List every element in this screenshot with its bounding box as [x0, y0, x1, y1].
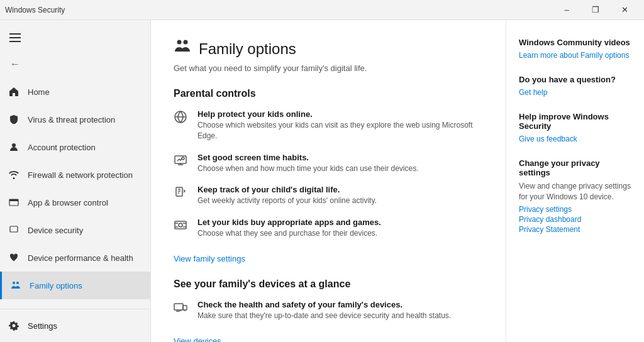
feature-devices-title: Check the health and safety of your fami…	[197, 300, 451, 309]
svg-rect-15	[174, 304, 183, 310]
app-container: ← Home Virus & threat protection	[0, 20, 644, 342]
feature-digital-life-text: Keep track of your child's digital life.…	[197, 185, 377, 206]
feature-protect-kids-text: Help protect your kids online. Choose wh…	[197, 109, 483, 141]
feature-apps-games-desc: Choose what they see and purchase for th…	[197, 228, 381, 239]
feature-screen-time: Set good screen time habits. Choose when…	[174, 153, 483, 174]
sidebar-item-virus[interactable]: Virus & threat protection	[0, 106, 150, 133]
feature-apps-games: Let your kids buy appropriate apps and g…	[174, 218, 483, 239]
settings-nav-item[interactable]: Settings	[0, 312, 150, 339]
close-button[interactable]: ✕	[610, 0, 639, 20]
sidebar-item-app-browser[interactable]: App & browser control	[0, 189, 150, 216]
sidebar-item-family-label: Family options	[30, 281, 82, 290]
privacy-dashboard-link[interactable]: Privacy dashboard	[519, 215, 631, 224]
sidebar-item-device-perf[interactable]: Device performance & health	[0, 244, 150, 272]
right-privacy-title: Change your privacy settings	[519, 158, 631, 177]
right-question-title: Do you have a question?	[519, 75, 631, 84]
sidebar-item-home[interactable]: Home	[0, 78, 150, 106]
wifi-icon	[8, 168, 20, 181]
parental-controls-list: Help protect your kids online. Choose wh…	[174, 109, 483, 239]
sidebar-bottom: Settings	[0, 309, 150, 342]
home-icon	[8, 86, 20, 98]
get-help-link[interactable]: Get help	[519, 88, 631, 97]
page-subtitle: Get what you need to simplify your famil…	[174, 63, 483, 73]
feature-devices-desc: Make sure that they're up-to-date and se…	[197, 311, 451, 321]
digital-life-icon	[174, 185, 189, 201]
sidebar-item-virus-label: Virus & threat protection	[28, 115, 115, 124]
feature-digital-life-title: Keep track of your child's digital life.	[197, 185, 377, 194]
protect-kids-icon	[174, 110, 189, 125]
feature-digital-life-desc: Get weekly activity reports of your kids…	[197, 196, 377, 206]
svg-rect-12	[176, 187, 182, 196]
sidebar-item-family[interactable]: Family options	[0, 272, 150, 299]
settings-label: Settings	[28, 321, 57, 331]
right-improve-title: Help improve Windows Security	[519, 112, 631, 131]
family-icon	[9, 279, 22, 292]
sidebar-item-home-label: Home	[28, 87, 50, 97]
devices-section-title: See your family's devices at a glance	[174, 279, 483, 290]
parental-controls-title: Parental controls	[174, 88, 483, 99]
right-section-question: Do you have a question? Get help	[519, 75, 631, 97]
devices-section: See your family's devices at a glance Ch…	[174, 279, 483, 342]
parental-controls-section: Parental controls Help protect your kids…	[174, 88, 483, 276]
view-family-settings-link[interactable]: View family settings	[174, 254, 245, 263]
right-section-community: Windows Community videos Learn more abou…	[519, 38, 631, 60]
person-icon	[8, 141, 20, 153]
privacy-statement-link[interactable]: Privacy Statement	[519, 225, 631, 234]
devices-icon	[174, 301, 189, 316]
sidebar-item-account[interactable]: Account protection	[0, 133, 150, 161]
apps-games-icon	[174, 218, 189, 233]
sidebar-item-device-security-label: Device security	[28, 226, 83, 235]
sidebar-item-firewall-label: Firewall & network protection	[28, 170, 133, 180]
hamburger-button[interactable]	[0, 25, 30, 50]
give-feedback-link[interactable]: Give us feedback	[519, 135, 631, 143]
svg-point-5	[16, 282, 19, 284]
svg-rect-2	[9, 199, 18, 201]
feature-devices: Check the health and safety of your fami…	[174, 300, 483, 321]
svg-point-7	[184, 40, 188, 45]
device-icon	[8, 224, 20, 236]
learn-family-options-link[interactable]: Learn more about Family options	[519, 51, 631, 60]
minimize-button[interactable]: –	[552, 0, 581, 20]
view-devices-link[interactable]: View devices	[174, 336, 221, 342]
right-panel: Windows Community videos Learn more abou…	[506, 20, 644, 342]
right-section-improve: Help improve Windows Security Give us fe…	[519, 112, 631, 143]
page-title: Family options	[199, 40, 296, 58]
page-family-icon	[174, 38, 191, 60]
feature-screen-time-desc: Choose when and how much time your kids …	[197, 163, 419, 174]
sidebar-item-device-security[interactable]: Device security	[0, 216, 150, 244]
sidebar-nav: Home Virus & threat protection Account p…	[0, 78, 150, 309]
screen-time-icon	[174, 153, 189, 168]
svg-rect-13	[175, 221, 186, 229]
heart-icon	[8, 251, 20, 264]
svg-rect-16	[183, 306, 187, 310]
svg-point-6	[177, 40, 182, 45]
privacy-settings-link[interactable]: Privacy settings	[519, 205, 631, 214]
right-community-title: Windows Community videos	[519, 38, 631, 47]
sidebar-item-firewall[interactable]: Firewall & network protection	[0, 161, 150, 189]
feature-screen-time-text: Set good screen time habits. Choose when…	[197, 153, 419, 174]
page-header: Family options	[174, 38, 483, 60]
shield-icon	[8, 113, 20, 126]
right-section-privacy: Change your privacy settings View and ch…	[519, 158, 631, 234]
feature-devices-text: Check the health and safety of your fami…	[197, 300, 451, 321]
sidebar-item-app-browser-label: App & browser control	[28, 198, 108, 207]
feature-screen-time-title: Set good screen time habits.	[197, 153, 419, 162]
feature-protect-kids-desc: Choose which websites your kids can visi…	[197, 120, 483, 141]
svg-point-14	[179, 223, 182, 227]
hamburger-icon	[9, 33, 21, 42]
sidebar-item-device-perf-label: Device performance & health	[28, 253, 133, 263]
browser-icon	[8, 196, 20, 209]
feature-protect-kids: Help protect your kids online. Choose wh…	[174, 109, 483, 141]
title-bar: Windows Security – ❐ ✕	[0, 0, 644, 20]
sidebar-top: ←	[0, 23, 150, 78]
sidebar: ← Home Virus & threat protection	[0, 20, 151, 342]
svg-point-0	[12, 143, 16, 147]
sidebar-item-account-label: Account protection	[28, 143, 96, 152]
back-button[interactable]: ←	[3, 53, 28, 75]
right-privacy-text: View and change privacy settings for you…	[519, 181, 631, 202]
svg-rect-3	[10, 226, 18, 232]
gear-icon	[8, 319, 20, 332]
restore-button[interactable]: ❐	[581, 0, 610, 20]
window-controls: – ❐ ✕	[552, 0, 639, 20]
feature-digital-life: Keep track of your child's digital life.…	[174, 185, 483, 206]
